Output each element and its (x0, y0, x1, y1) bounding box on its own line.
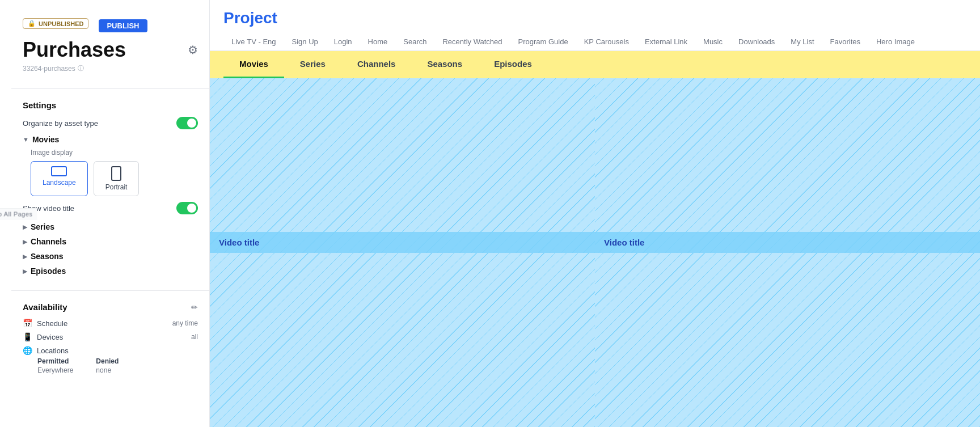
asset-tab-channels[interactable]: Channels (341, 51, 412, 78)
schedule-row: 📅 Schedule any time (23, 319, 198, 328)
info-icon: ⓘ (78, 64, 84, 73)
content-area: Movies Series Channels Seasons Episodes … (210, 51, 980, 427)
nav-tab-my-list[interactable]: My List (783, 34, 822, 50)
seasons-collapse-row[interactable]: ▶ Seasons (23, 250, 198, 263)
show-video-title-row: Show video title (23, 202, 198, 214)
nav-tab-signup[interactable]: Sign Up (284, 34, 326, 50)
portrait-label: Portrait (105, 183, 128, 191)
asset-tab-episodes[interactable]: Episodes (478, 51, 548, 78)
movies-collapse-row[interactable]: ▼ Movies (23, 135, 198, 144)
video-card-3[interactable] (210, 253, 595, 428)
channels-collapse-row[interactable]: ▶ Channels (23, 235, 198, 248)
landscape-icon (51, 166, 67, 176)
image-display-label: Image display (31, 149, 198, 157)
back-to-all-pages[interactable]: Back to All Pages (0, 208, 37, 219)
organize-toggle-label: Organize by asset type (23, 119, 98, 128)
nav-tab-kp-carousels[interactable]: KP Carousels (576, 34, 637, 50)
settings-section: Settings Organize by asset type ▼ Movies… (11, 94, 209, 286)
landscape-label: Landscape (43, 179, 76, 187)
nav-tab-favorites[interactable]: Favorites (822, 34, 868, 50)
schedule-label: Schedule (37, 319, 67, 328)
devices-label: Devices (37, 333, 63, 341)
denied-value: none (96, 366, 119, 374)
globe-icon: 🌐 (23, 346, 32, 355)
main-content: Project Live TV - Eng Sign Up Login Home… (210, 0, 980, 427)
device-icon: 📱 (23, 332, 32, 341)
video-card-thumbnail-4 (595, 253, 980, 428)
nav-tab-external-link[interactable]: External Link (637, 34, 695, 50)
permitted-value: Everywhere (37, 366, 73, 374)
nav-tab-recently-watched[interactable]: Recently Watched (434, 34, 510, 50)
chevron-right-icon-episodes: ▶ (23, 268, 27, 275)
top-bar: Project Live TV - Eng Sign Up Login Home… (210, 0, 980, 51)
devices-row: 📱 Devices all (23, 332, 198, 341)
chevron-down-icon: ▼ (23, 136, 29, 143)
movies-label: Movies (32, 135, 59, 144)
chevron-right-icon-channels: ▶ (23, 238, 27, 246)
availability-section: Availability ✏ 📅 Schedule any time 📱 Dev… (11, 295, 209, 381)
video-card-4[interactable] (595, 253, 980, 428)
seasons-label: Seasons (31, 252, 64, 261)
schedule-value: any time (172, 319, 198, 327)
episodes-label: Episodes (31, 267, 66, 276)
calendar-icon: 📅 (23, 319, 32, 328)
locations-row: 🌐 Locations (23, 346, 198, 355)
video-card-thumbnail-3 (210, 253, 595, 428)
chevron-right-icon-series: ▶ (23, 223, 27, 231)
image-options: Landscape Portrait (31, 161, 198, 196)
nav-tab-hero-image[interactable]: Hero Image (868, 34, 923, 50)
video-card-2[interactable]: Video title (595, 78, 980, 253)
denied-label: Denied (96, 357, 119, 365)
nav-tab-program-guide[interactable]: Program Guide (510, 34, 576, 50)
publish-button[interactable]: PUBLISH (99, 19, 147, 32)
unpublished-label: UNPUBLISHED (39, 20, 83, 27)
settings-label: Settings (23, 100, 198, 110)
nav-tab-search[interactable]: Search (395, 34, 434, 50)
asset-tab-series[interactable]: Series (284, 51, 341, 78)
nav-tab-login[interactable]: Login (326, 34, 360, 50)
nav-tab-home[interactable]: Home (360, 34, 396, 50)
project-title: Project (223, 9, 966, 27)
series-label: Series (31, 222, 54, 231)
asset-tabs: Movies Series Channels Seasons Episodes (210, 51, 980, 78)
landscape-option[interactable]: Landscape (31, 161, 88, 196)
unpublished-badge: 🔒 UNPUBLISHED (23, 18, 88, 29)
asset-tab-seasons[interactable]: Seasons (411, 51, 478, 78)
video-card-1[interactable]: Video title (210, 78, 595, 253)
organize-toggle-row: Organize by asset type (23, 117, 198, 129)
video-title-2: Video title (595, 232, 980, 253)
show-video-title-toggle[interactable] (176, 202, 198, 214)
series-collapse-row[interactable]: ▶ Series (23, 220, 198, 234)
nav-tab-live-tv[interactable]: Live TV - Eng (223, 34, 284, 50)
availability-label: Availability (23, 302, 67, 312)
video-grid: Video title Video title (210, 78, 980, 427)
page-title: Purchases (23, 38, 126, 62)
permitted-label: Permitted (37, 357, 73, 365)
locations-label: Locations (37, 346, 69, 355)
locations-sub: Permitted Everywhere Denied none (37, 357, 198, 374)
devices-value: all (191, 333, 198, 341)
portrait-icon (111, 166, 121, 181)
chevron-right-icon-seasons: ▶ (23, 253, 27, 260)
channels-label: Channels (31, 237, 66, 246)
lock-icon: 🔒 (28, 20, 36, 27)
nav-tab-downloads[interactable]: Downloads (730, 34, 783, 50)
video-card-thumbnail-1 (210, 78, 595, 253)
portrait-option[interactable]: Portrait (94, 161, 140, 196)
page-id: 33264-purchases ⓘ (23, 64, 198, 73)
asset-tab-movies[interactable]: Movies (223, 51, 284, 78)
nav-tab-music[interactable]: Music (695, 34, 730, 50)
nav-tabs: Live TV - Eng Sign Up Login Home Search … (223, 34, 966, 50)
video-title-1: Video title (210, 232, 595, 253)
gear-icon[interactable]: ⚙ (188, 43, 198, 57)
video-card-thumbnail-2 (595, 78, 980, 253)
edit-icon[interactable]: ✏ (191, 303, 198, 312)
episodes-collapse-row[interactable]: ▶ Episodes (23, 264, 198, 278)
organize-toggle[interactable] (176, 117, 198, 129)
